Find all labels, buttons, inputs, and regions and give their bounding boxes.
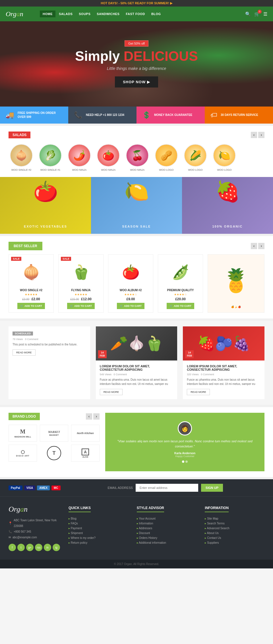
price-new: £12.00 [81, 297, 92, 301]
brand-item[interactable]: T [47, 446, 61, 460]
banner-organic[interactable]: 🍓 100% ORGANIC [182, 177, 273, 234]
nav-soups[interactable]: SOUPS [76, 11, 93, 17]
list-item[interactable]: 🍒 WOO NINJA [125, 144, 150, 171]
dot-2[interactable] [185, 460, 188, 463]
footer-link-account[interactable]: Your Account [137, 516, 197, 521]
footer-link-order[interactable]: Where is my order? [69, 535, 128, 540]
product-circle-name: WOO LOGO [212, 168, 237, 171]
nav-icons: 🔍 🛒 0 ☰ [245, 11, 267, 17]
footer-top: PayPal VISA AMEX MC EMAIL ADDRESS SIGN U… [0, 479, 273, 496]
footer-link-about[interactable]: About Us [205, 531, 264, 535]
nav-fastfood[interactable]: FAST FOOD [123, 11, 148, 17]
brand-item[interactable]: MARKET BASKET [40, 425, 68, 442]
footer-link-contact[interactable]: Contact Us [205, 535, 264, 540]
add-to-cart-button[interactable]: 🛒 ADD TO CART [67, 303, 95, 309]
featured-banners: 🍅 EXOTIC VEGETABLES 🍋 SEASON SALE 🍓 100%… [0, 177, 273, 234]
nav-sandwiches[interactable]: SANDWICHES [94, 11, 122, 17]
banner-exotic[interactable]: 🍅 EXOTIC VEGETABLES [0, 177, 91, 234]
testimonial-dots [182, 460, 188, 463]
paypal-icon: PayPal [9, 485, 22, 490]
brand-header: BRAND LOGO ‹ › [9, 413, 100, 420]
nav-salads[interactable]: SALADS [56, 11, 75, 17]
best-seller-title: BEST SELLER [9, 242, 42, 250]
price-old: £3.00 [22, 298, 29, 301]
google-icon[interactable]: g+ [26, 544, 34, 551]
testimonial-text: "Vtae sodales aliq iam morbi non sem lac… [112, 439, 258, 449]
brand-nav: ‹ › [86, 413, 100, 420]
footer-link-search[interactable]: Search Terms [205, 521, 264, 526]
brand-item[interactable]: M MADISON MILL [9, 425, 37, 442]
footer-col-title: INFORMATION [205, 506, 229, 512]
banner-exotic-food: 🍅 [33, 180, 58, 203]
dot-1[interactable] [182, 460, 184, 463]
read-more-button[interactable]: READ MORE [100, 389, 123, 395]
visa-icon: VISA [24, 485, 35, 490]
info-bar-phone: 📞 NEED HELP +1 800 123 1234 [68, 107, 136, 124]
brand-logos-area: BRAND LOGO ‹ › M MADISON MILL MARKET BAS… [9, 413, 100, 471]
salads-prev-button[interactable]: ‹ [251, 132, 257, 138]
footer-logo: Organ [9, 505, 60, 514]
footer-link-sitemap[interactable]: Site Map [205, 516, 264, 521]
footer-links-list: Your Account Information Addresses Disco… [137, 516, 197, 545]
add-to-cart-button[interactable]: 🛒 ADD TO CART [17, 303, 45, 309]
brand-item[interactable]: A ALIVE [71, 445, 100, 462]
list-item[interactable]: 🌶️ WOO NINJA [67, 144, 92, 171]
linkedin-icon[interactable]: in [44, 544, 51, 551]
footer-link-blog[interactable]: Blog [69, 516, 128, 521]
list-item[interactable]: 🍋 WOO LOGO [212, 144, 237, 171]
facebook-icon[interactable]: f [9, 544, 16, 551]
instagram-icon[interactable]: ig [53, 544, 60, 551]
footer-link-faqs[interactable]: FAQs [69, 521, 128, 526]
blog-img: 🍓🫐🍇 14 FEB [183, 326, 264, 360]
product-card: SALE 🫑 FLYING NINJA ★★★★★ £15.00 £12.00 … [58, 254, 104, 313]
footer-link-payment[interactable]: Payment [69, 526, 128, 531]
nav-home[interactable]: HOME [40, 11, 55, 17]
list-item[interactable]: 🌽 WOO LOGO [183, 144, 208, 171]
best-seller-next-button[interactable]: › [258, 243, 264, 249]
footer-link-shipment[interactable]: Shipment [69, 531, 128, 535]
salads-next-button[interactable]: › [258, 132, 264, 138]
footer-link-advsearch[interactable]: Advanced Search [205, 526, 264, 531]
info-bar-shipping: 🚚 FREE SHIPPING ON ORDER OVER $99 [0, 107, 68, 124]
salads-title: SALADS [9, 132, 30, 138]
banner-season[interactable]: 🍋 SEASON SALE [91, 177, 182, 234]
cart-badge: 0 [258, 10, 262, 14]
list-item[interactable]: 🧅 WOO SINGLE #2 [9, 144, 34, 171]
list-item[interactable]: 🥬 WOO SINGLE #1 [38, 144, 63, 171]
blog-title: LOREM IPSUM DOLOR SIT AMET, CONSECTETUR … [100, 364, 173, 371]
search-icon[interactable]: 🔍 [245, 11, 251, 17]
newsletter-input[interactable] [136, 484, 198, 492]
newsletter-button[interactable]: SIGN UP [201, 484, 223, 492]
footer-link-return[interactable]: Return policy [69, 540, 128, 545]
menu-icon[interactable]: ☰ [263, 11, 267, 17]
twitter-icon[interactable]: t [17, 544, 25, 551]
add-to-cart-button[interactable]: 🛒 ADD TO CART [117, 303, 144, 309]
product-stars: ★★★★★ [12, 293, 50, 296]
footer-link-info[interactable]: Information [137, 521, 197, 526]
add-to-cart-button[interactable]: 🛒 ADD TO CART [167, 303, 194, 309]
brand-item[interactable]: ⬡ DISCO ART [9, 445, 37, 462]
brand-prev-button[interactable]: ‹ [86, 413, 92, 420]
cart-icon[interactable]: 🛒 0 [254, 11, 260, 17]
footer-link-discount[interactable]: Discount [137, 531, 197, 535]
blog-views: 549 Views [100, 373, 111, 376]
footer-main: Organ 📍 ABC Town Lalon Street, New York … [0, 496, 273, 560]
brand-item[interactable]: North Kitchen [71, 425, 100, 442]
read-more-button[interactable]: READ MORE [187, 389, 210, 395]
footer-link-suppliers[interactable]: Suppliers [205, 540, 264, 545]
rss-icon[interactable]: rss [35, 544, 42, 551]
shop-now-button[interactable]: SHOP NOW ▶ [115, 76, 158, 87]
list-item[interactable]: 🍅 WOO NINJA [96, 144, 121, 171]
list-item[interactable]: 🥜 WOO LOGO [154, 144, 179, 171]
best-seller-header: BEST SELLER ‹ › [9, 236, 264, 254]
hero-title-highlight: DELICIOUS [124, 49, 198, 64]
read-more-button[interactable]: READ MORE [13, 349, 36, 356]
nav-blog[interactable]: BLOG [148, 11, 164, 17]
footer-link-addresses[interactable]: Addresses [137, 526, 197, 531]
footer-link-additional[interactable]: Additional information [137, 540, 197, 545]
footer-link-orders[interactable]: Orders History [137, 535, 197, 540]
best-seller-prev-button[interactable]: ‹ [251, 243, 257, 249]
brand-next-button[interactable]: › [93, 413, 100, 420]
hero-badge: Get 50% off [125, 40, 148, 47]
blog-section: SCHEDULED 79 Views 0 Comment This post i… [0, 321, 273, 405]
